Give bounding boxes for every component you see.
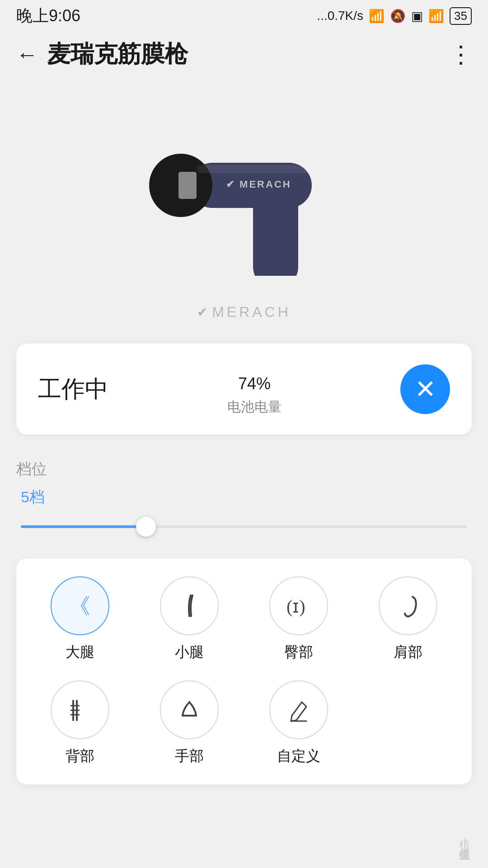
brand-check-icon: ✔ <box>197 305 207 320</box>
status-time: 晚上9:06 <box>16 5 80 27</box>
area-back[interactable]: 背部 <box>30 680 130 766</box>
sim-icon: ▣ <box>411 9 423 24</box>
gear-slider-container[interactable] <box>16 513 472 540</box>
page-title: 麦瑞克筋膜枪 <box>47 38 188 70</box>
more-menu-button[interactable]: ⋮ <box>449 42 472 66</box>
svg-rect-3 <box>178 172 197 199</box>
device-image: ✔ MERACH <box>108 95 380 276</box>
area-custom-label: 自定义 <box>277 746 320 766</box>
svg-text:(ɪ): (ɪ) <box>286 596 305 617</box>
battery-number: 74 <box>238 374 256 393</box>
bluetooth-icon: 📶 <box>369 9 385 24</box>
area-shoulder-label: 肩部 <box>394 642 422 662</box>
slider-fill <box>21 525 146 528</box>
empty-cell <box>358 680 458 766</box>
area-thigh[interactable]: 《 大腿 <box>30 576 130 662</box>
area-hip-icon-circle: (ɪ) <box>269 576 328 635</box>
close-icon: ✕ <box>415 377 436 402</box>
slider-track <box>21 525 467 528</box>
network-speed: ...0.7K/s <box>317 9 363 23</box>
status-bar: 晚上9:06 ...0.7K/s 📶 🔕 ▣ 📶 35 <box>0 0 488 32</box>
gear-header: 档位 <box>16 459 472 480</box>
battery-label: 电池电量 <box>227 398 282 416</box>
brand-text: MERACH <box>212 304 291 321</box>
silent-icon: 🔕 <box>390 9 406 24</box>
area-calf-label: 小腿 <box>175 642 204 662</box>
area-calf-icon-circle <box>160 576 219 635</box>
massage-areas-grid-row2: 背部 手部 自定义 <box>30 680 458 766</box>
toolbar-left: ← 麦瑞克筋膜枪 <box>16 38 188 70</box>
area-hand[interactable]: 手部 <box>139 680 239 766</box>
calf-icon <box>174 590 205 622</box>
massage-areas-grid-row1: 《 大腿 小腿 (ɪ) 臀部 <box>30 576 458 662</box>
area-custom[interactable]: 自定义 <box>249 680 349 766</box>
brand-logo: ✔ MERACH <box>197 304 291 321</box>
slider-thumb[interactable] <box>136 517 156 537</box>
shoulder-icon <box>392 590 424 622</box>
wifi-icon: 📶 <box>428 9 444 24</box>
area-shoulder-icon-circle <box>379 576 437 635</box>
toolbar: ← 麦瑞克筋膜枪 ⋮ <box>0 32 488 77</box>
svg-rect-5 <box>197 165 310 173</box>
custom-icon <box>283 694 314 726</box>
thigh-icon: 《 <box>64 590 96 622</box>
area-back-icon-circle <box>51 680 109 739</box>
area-thigh-icon-circle: 《 <box>51 576 109 635</box>
area-calf[interactable]: 小腿 <box>139 576 239 662</box>
battery-percent-display: 74% <box>238 362 271 394</box>
area-custom-icon-circle <box>269 680 328 739</box>
area-shoulder[interactable]: 肩部 <box>358 576 458 662</box>
battery-indicator: 35 <box>450 7 472 25</box>
hand-icon <box>174 694 205 726</box>
area-hip-label: 臀部 <box>284 642 313 662</box>
area-thigh-label: 大腿 <box>66 642 94 662</box>
working-status-label: 工作中 <box>38 373 108 405</box>
hip-icon: (ɪ) <box>283 590 314 622</box>
gear-area: 档位 5档 <box>16 448 472 549</box>
watermark: 植｜什么值得买 <box>457 830 472 841</box>
gear-label: 档位 <box>16 459 47 480</box>
gear-value: 5档 <box>16 487 472 508</box>
svg-text:✔ MERACH: ✔ MERACH <box>226 179 291 190</box>
area-back-label: 背部 <box>66 746 94 766</box>
massage-areas-card: 《 大腿 小腿 (ɪ) 臀部 <box>16 558 472 784</box>
close-button[interactable]: ✕ <box>400 364 450 414</box>
battery-unit: % <box>256 374 271 393</box>
svg-text:《: 《 <box>69 594 90 618</box>
area-hip[interactable]: (ɪ) 臀部 <box>249 576 349 662</box>
device-image-area: ✔ MERACH <box>0 77 488 294</box>
brand-logo-area: ✔ MERACH <box>0 294 488 330</box>
battery-info: 74% 电池电量 <box>227 362 282 416</box>
status-icons: ...0.7K/s 📶 🔕 ▣ 📶 35 <box>317 7 472 25</box>
area-hand-label: 手部 <box>175 746 204 766</box>
area-hand-icon-circle <box>160 680 219 739</box>
status-card: 工作中 74% 电池电量 ✕ <box>16 344 472 434</box>
back-icon <box>64 694 96 726</box>
back-button[interactable]: ← <box>16 42 38 67</box>
